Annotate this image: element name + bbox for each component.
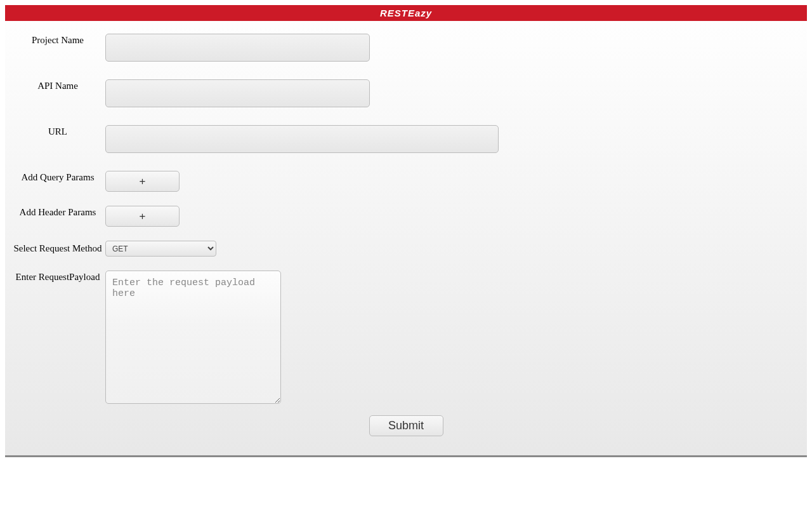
request-payload-textarea[interactable]: [105, 271, 281, 404]
api-name-input[interactable]: [105, 79, 370, 107]
url-input[interactable]: [105, 125, 499, 153]
form-area: Project Name API Name URL Add Query Para…: [5, 21, 807, 455]
project-name-input[interactable]: [105, 34, 370, 62]
app-container: RESTEazy Project Name API Name URL Add Q…: [5, 5, 807, 457]
row-api-name: API Name: [10, 79, 802, 107]
row-project-name: Project Name: [10, 34, 802, 62]
row-request-method: Select Request Method GETPOSTPUTDELETE: [10, 241, 802, 257]
row-url: URL: [10, 125, 802, 153]
label-header-params: Add Header Params: [10, 206, 105, 218]
add-header-param-button[interactable]: +: [105, 206, 180, 227]
add-query-param-button[interactable]: +: [105, 171, 180, 192]
label-query-params: Add Query Params: [10, 171, 105, 183]
request-method-select[interactable]: GETPOSTPUTDELETE: [105, 241, 216, 257]
row-request-payload: Enter RequestPayload: [10, 271, 802, 404]
row-header-params: Add Header Params +: [10, 206, 802, 227]
label-request-payload: Enter RequestPayload: [10, 271, 105, 283]
header-bar: RESTEazy: [5, 5, 807, 21]
row-query-params: Add Query Params +: [10, 171, 802, 192]
plus-icon: +: [140, 210, 146, 223]
submit-button[interactable]: Submit: [369, 415, 443, 436]
app-title: RESTEazy: [380, 8, 432, 18]
label-project-name: Project Name: [10, 34, 105, 46]
plus-icon: +: [140, 175, 146, 188]
label-url: URL: [10, 125, 105, 137]
row-submit: Submit: [10, 415, 802, 436]
label-request-method: Select Request Method: [10, 243, 105, 254]
label-api-name: API Name: [10, 79, 105, 91]
